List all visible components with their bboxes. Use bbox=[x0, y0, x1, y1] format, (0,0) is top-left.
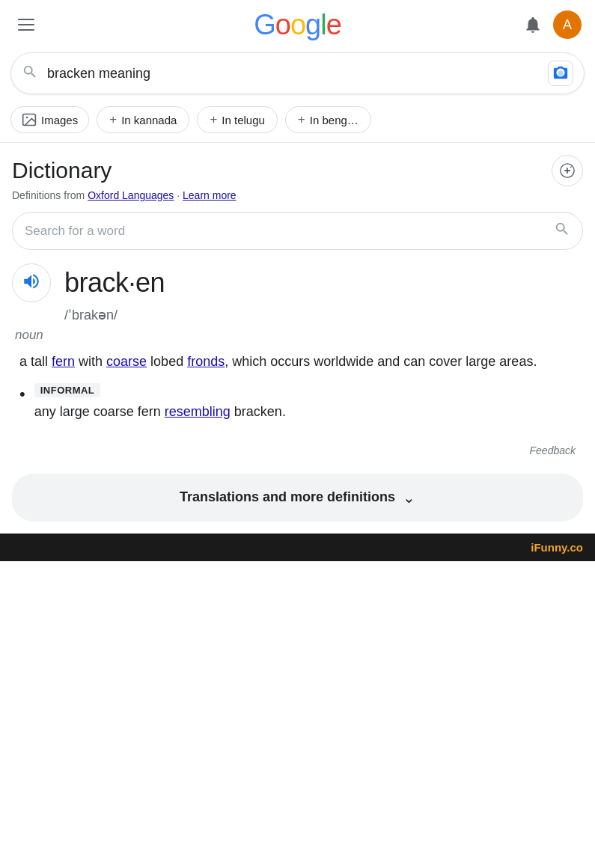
informal-definition: any large coarse fern resembling bracken… bbox=[34, 402, 286, 423]
header-left bbox=[13, 14, 39, 35]
headword-separator: · bbox=[129, 267, 136, 298]
word-search-box[interactable]: Search for a word bbox=[12, 212, 583, 250]
speaker-button[interactable] bbox=[12, 263, 51, 302]
translations-button[interactable]: Translations and more definitions ⌄ bbox=[12, 474, 583, 522]
dictionary-title: Dictionary bbox=[12, 158, 112, 183]
camera-search-button[interactable] bbox=[548, 61, 573, 86]
ifunny-logo: iFunny.co bbox=[531, 541, 583, 554]
coarse-link[interactable]: coarse bbox=[106, 354, 147, 369]
learn-more-link[interactable]: Learn more bbox=[183, 189, 237, 201]
header-right: A bbox=[523, 10, 582, 39]
filter-kannada-label: In kannada bbox=[121, 114, 177, 126]
fronds-link[interactable]: fronds bbox=[187, 354, 225, 369]
svg-point-1 bbox=[26, 117, 28, 119]
plus-icon-kannada: + bbox=[109, 112, 117, 127]
plus-icon-telugu: + bbox=[210, 112, 217, 127]
word-headword-container: brack·en bbox=[64, 267, 165, 299]
word-headword: brack·en bbox=[64, 267, 165, 298]
search-input[interactable]: bracken meaning bbox=[47, 66, 548, 82]
informal-badge: INFORMAL bbox=[34, 383, 101, 397]
resembling-link[interactable]: resembling bbox=[165, 404, 231, 419]
fern-link[interactable]: fern bbox=[52, 354, 75, 369]
word-header-row: brack·en bbox=[12, 263, 583, 302]
search-bar[interactable]: bracken meaning bbox=[10, 52, 585, 94]
add-to-button[interactable] bbox=[552, 155, 583, 186]
divider-1 bbox=[0, 142, 595, 143]
feedback-row: Feedback bbox=[12, 430, 583, 468]
search-bar-container: bracken meaning bbox=[0, 46, 595, 102]
word-entry: brack·en /ˈbrakən/ noun a tall fern with… bbox=[12, 263, 583, 468]
bottom-bar: iFunny.co bbox=[0, 534, 595, 561]
hamburger-menu[interactable] bbox=[13, 14, 39, 35]
word-search-icon bbox=[554, 221, 570, 241]
plus-icon-bengali: + bbox=[298, 112, 305, 127]
translations-label: Translations and more definitions bbox=[180, 489, 395, 505]
images-icon bbox=[22, 112, 37, 127]
notifications-bell-icon[interactable] bbox=[523, 15, 543, 34]
search-icon bbox=[22, 64, 38, 84]
user-avatar[interactable]: A bbox=[553, 10, 582, 39]
header: Google A bbox=[0, 0, 595, 46]
informal-definition-row: • INFORMAL any large coarse fern resembl… bbox=[19, 383, 576, 423]
definition-1: a tall fern with coarse lobed fronds, wh… bbox=[19, 352, 576, 373]
word-search-placeholder: Search for a word bbox=[25, 224, 554, 239]
feedback-link[interactable]: Feedback bbox=[530, 444, 576, 456]
filter-in-telugu[interactable]: + In telugu bbox=[197, 106, 277, 133]
filter-images-label: Images bbox=[41, 114, 78, 126]
headword-part1: brack bbox=[64, 267, 129, 298]
filter-pills-row: Images + In kannada + In telugu + In ben… bbox=[0, 102, 595, 141]
dictionary-header-row: Dictionary bbox=[12, 155, 583, 186]
filter-images[interactable]: Images bbox=[10, 106, 89, 133]
speaker-icon bbox=[22, 272, 41, 294]
word-search-container: Search for a word bbox=[12, 212, 583, 250]
filter-in-kannada[interactable]: + In kannada bbox=[97, 106, 189, 133]
dictionary-section: Dictionary Definitions from Oxford Langu… bbox=[0, 144, 595, 468]
definition-block: a tall fern with coarse lobed fronds, wh… bbox=[12, 352, 583, 423]
word-pos: noun bbox=[15, 328, 583, 343]
source-prefix: Definitions from bbox=[12, 189, 85, 201]
filter-telugu-label: In telugu bbox=[222, 114, 265, 126]
bullet-point: • bbox=[19, 383, 25, 406]
google-logo: Google bbox=[254, 9, 341, 41]
word-pronunciation: /ˈbrakən/ bbox=[64, 307, 583, 323]
filter-bengali-label: In beng… bbox=[310, 114, 358, 126]
dictionary-source: Definitions from Oxford Languages · Lear… bbox=[12, 189, 583, 201]
filter-in-bengali[interactable]: + In beng… bbox=[285, 106, 371, 133]
add-to-icon bbox=[559, 162, 576, 179]
headword-part2: en bbox=[135, 267, 165, 298]
chevron-down-icon: ⌄ bbox=[403, 489, 415, 507]
informal-content: INFORMAL any large coarse fern resemblin… bbox=[34, 383, 286, 423]
oxford-languages-link[interactable]: Oxford Languages bbox=[88, 189, 174, 201]
